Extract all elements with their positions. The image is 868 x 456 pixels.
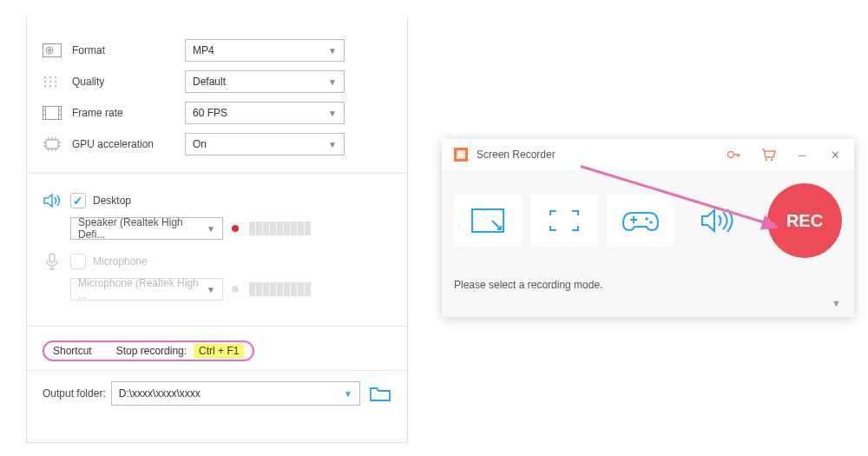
close-button[interactable]: ✕ [828,148,842,162]
gpu-row: GPU acceleration On ▼ [43,129,391,160]
settings-top: Format MP4 ▼ Quality Default ▼ Frame rat… [27,17,407,174]
microphone-checkbox[interactable] [70,254,86,269]
svg-point-10 [55,85,56,87]
svg-point-23 [649,221,653,224]
quality-select[interactable]: Default ▼ [185,70,345,93]
cart-icon[interactable] [760,147,776,162]
recording-dot-icon [232,225,239,232]
output-folder-value: D:\xxxx\xxxx\xxxx [119,387,201,400]
svg-point-6 [49,81,51,83]
svg-point-20 [771,159,773,162]
chevron-down-icon: ▼ [328,109,337,118]
shortcut-box: Shortcut Stop recording: Ctrl + F1 [43,340,254,361]
status-bar: Please select a recording mode. ▼ [442,268,854,317]
chevron-down-icon: ▼ [328,46,337,56]
desktop-audio-row: Desktop [43,191,391,210]
titlebar: Screen Recorder ─ ✕ [442,139,854,170]
output-section: Output folder: D:\xxxx\xxxx\xxxx ▼ [27,371,407,416]
gpu-icon [43,136,62,152]
microphone-device-select[interactable]: Microphone (Realtek High ... ▼ [70,278,223,301]
chevron-down-icon[interactable]: ▼ [832,298,841,308]
svg-point-3 [49,76,51,78]
desktop-level-meter [249,221,311,235]
microphone-device-row: Microphone (Realtek High ... ▼ [70,278,391,301]
svg-rect-17 [457,150,465,159]
gpu-value: On [193,138,207,150]
microphone-audio-label: Microphone [93,255,148,268]
shortcut-key: Ctrl + F1 [194,344,244,358]
desktop-device-select[interactable]: Speaker (Realtek High Defi... ▼ [70,217,223,240]
gpu-select[interactable]: On ▼ [185,133,345,155]
svg-point-8 [44,85,46,87]
format-select[interactable]: MP4 ▼ [185,39,345,62]
mode-fullscreen-button[interactable] [530,195,598,247]
format-label: Format [72,44,185,56]
svg-point-9 [49,85,51,87]
framerate-label: Frame rate [72,107,185,119]
framerate-row: Frame rate 60 FPS ▼ [43,97,391,129]
gpu-label: GPU acceleration [72,138,185,150]
app-logo-icon [453,147,469,162]
minimize-button[interactable]: ─ [795,148,809,162]
folder-icon[interactable] [369,384,391,403]
desktop-checkbox[interactable] [70,193,86,208]
audio-section: Desktop Speaker (Realtek High Defi... ▼ [27,174,407,327]
svg-point-18 [728,152,734,158]
svg-rect-12 [43,107,46,120]
svg-rect-15 [49,254,55,262]
svg-rect-14 [46,140,58,149]
format-icon [43,43,62,58]
microphone-device-value: Microphone (Realtek High ... [78,277,207,301]
chevron-down-icon: ▼ [328,77,337,87]
framerate-value: 60 FPS [193,107,227,119]
speaker-icon [43,191,65,210]
settings-panel: Format MP4 ▼ Quality Default ▼ Frame rat… [26,17,408,443]
mode-game-button[interactable] [607,195,674,247]
svg-point-19 [766,159,768,162]
microphone-audio-group: Microphone Microphone (Realtek High ... … [43,252,391,301]
chevron-down-icon: ▼ [207,224,215,234]
shortcut-section: Shortcut Stop recording: Ctrl + F1 [27,327,407,371]
key-icon[interactable] [726,147,741,162]
status-hint: Please select a recording mode. [454,279,602,291]
desktop-device-row: Speaker (Realtek High Defi... ▼ [70,217,391,240]
titlebar-left: Screen Recorder [453,147,556,162]
format-value: MP4 [193,44,214,56]
desktop-audio-group: Desktop Speaker (Realtek High Defi... ▼ [43,191,391,240]
chevron-down-icon: ▼ [328,140,337,149]
mode-region-button[interactable] [454,195,522,247]
quality-row: Quality Default ▼ [43,66,391,97]
desktop-audio-label: Desktop [93,195,131,207]
format-row: Format MP4 ▼ [43,35,391,66]
recording-dot-icon [232,286,239,293]
microphone-level-meter [249,282,311,296]
svg-point-2 [44,76,46,78]
svg-rect-13 [59,107,62,120]
rec-button-label: REC [786,211,823,231]
microphone-audio-row: Microphone [43,252,391,271]
output-folder-select[interactable]: D:\xxxx\xxxx\xxxx ▼ [111,381,360,406]
svg-point-4 [55,76,56,78]
svg-point-7 [55,81,56,83]
quality-icon [43,74,62,89]
shortcut-mid: Stop recording: [116,345,187,357]
desktop-device-value: Speaker (Realtek High Defi... [78,216,207,241]
titlebar-right: ─ ✕ [726,147,842,162]
svg-point-5 [44,81,46,83]
app-title: Screen Recorder [477,149,556,161]
microphone-icon [43,252,65,271]
chevron-down-icon: ▼ [207,285,215,294]
framerate-icon [43,105,62,121]
quality-value: Default [193,76,226,88]
recorder-window: Screen Recorder ─ ✕ REC [442,139,854,317]
svg-point-22 [645,217,648,221]
output-label: Output folder: [43,387,106,400]
shortcut-label: Shortcut [53,345,92,357]
framerate-select[interactable]: 60 FPS ▼ [185,102,345,124]
chevron-down-icon: ▼ [344,389,352,399]
quality-label: Quality [72,76,185,88]
